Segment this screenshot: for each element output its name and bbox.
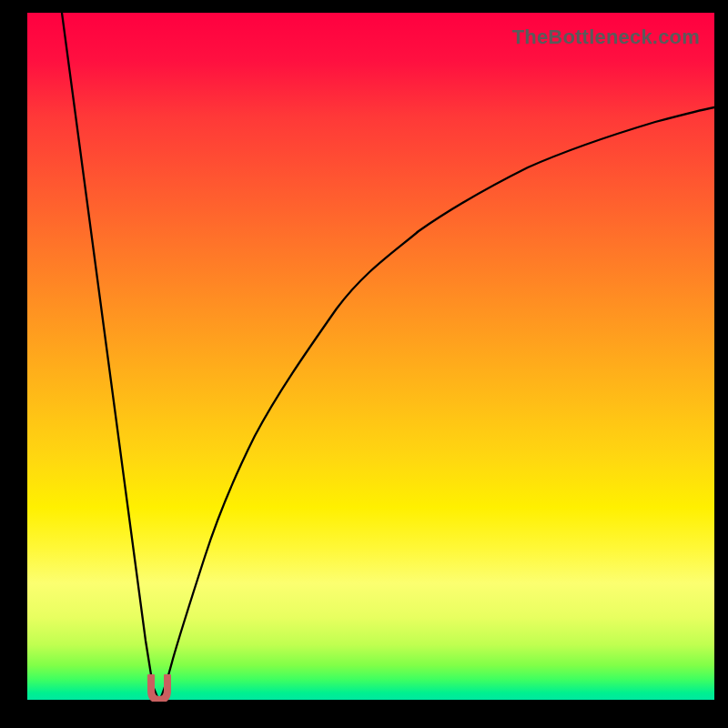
chart-container: TheBottleneck.com bbox=[0, 0, 728, 728]
curve-left-branch bbox=[62, 13, 157, 697]
curve-right-branch bbox=[161, 107, 714, 697]
minimum-marker bbox=[147, 674, 171, 702]
u-shape-icon bbox=[151, 676, 167, 700]
curve-layer bbox=[27, 13, 714, 700]
plot-area: TheBottleneck.com bbox=[27, 13, 714, 700]
watermark-text: TheBottleneck.com bbox=[512, 25, 700, 49]
